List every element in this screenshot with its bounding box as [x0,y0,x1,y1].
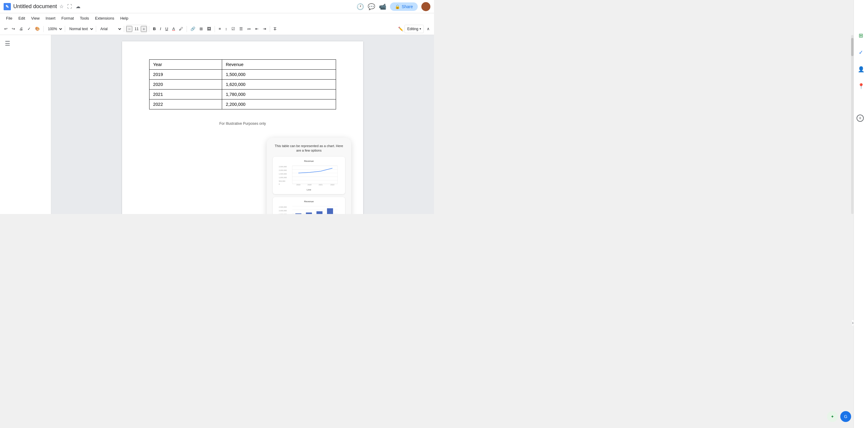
svg-rect-41 [327,208,333,214]
numbered-list-button[interactable]: ≔ [245,25,253,33]
table-row: 20201,620,000 [150,80,336,90]
font-select[interactable]: Arial Times New Roman Courier New [98,25,122,33]
menu-bar: File Edit View Insert Format Tools Exten… [0,13,434,23]
outline-icon[interactable]: ☰ [5,40,10,47]
ai-popup-text: This table can be represented as a chart… [273,144,345,153]
avatar[interactable] [421,2,430,11]
menu-help[interactable]: Help [118,15,131,22]
align-button[interactable]: ≡ [217,25,223,33]
pencil-icon: ✏️ [398,27,403,31]
menu-tools[interactable]: Tools [78,15,91,22]
italic-button[interactable]: I [158,25,163,33]
svg-text:2,500,000: 2,500,000 [279,166,287,167]
svg-text:2021: 2021 [318,184,323,185]
comments-icon[interactable]: 💬 [368,3,375,10]
menu-extensions[interactable]: Extensions [93,15,117,22]
underline-button[interactable]: U [163,25,170,33]
text-color-button[interactable]: A [170,25,177,33]
title-bar: ✎ Untitled document ☆ ⛶ ☁ 🕐 💬 📹 🔒 Share [0,0,434,13]
outline-panel: ☰ [0,35,51,214]
undo-button[interactable]: ↩ [2,25,9,33]
table-row: 20191,500,000 [150,70,336,80]
link-button[interactable]: 🔗 [189,25,197,33]
bullet-list-button[interactable]: ☰ [238,25,245,33]
editing-label: Editing [407,27,418,31]
ai-suggestion-popup: This table can be represented as a chart… [267,138,351,214]
document-page[interactable]: Year Revenue 20191,500,00020201,620,0002… [122,41,363,214]
highlight-button[interactable]: 🖊 [177,25,185,33]
svg-text:2022: 2022 [330,184,335,185]
doc-icon: ✎ [4,3,11,10]
menu-edit[interactable]: Edit [16,15,27,22]
title-icons: ☆ ⛶ ☁ [59,4,81,9]
font-size-decrease[interactable]: − [126,26,132,32]
svg-text:2020: 2020 [307,184,312,185]
bar-chart-title: Revenue [276,200,342,203]
svg-rect-38 [296,213,301,214]
svg-text:2,500,000: 2,500,000 [279,206,287,208]
svg-text:500,000: 500,000 [279,180,285,182]
divider-5 [149,26,149,32]
svg-text:1,000,000: 1,000,000 [279,177,287,178]
svg-text:0: 0 [279,183,280,185]
indent-decrease-button[interactable]: ⇤ [253,25,260,33]
divider-7 [215,26,215,32]
svg-rect-40 [316,211,322,214]
meet-icon[interactable]: 📹 [379,3,386,10]
equation-button[interactable]: ⊞ [198,25,205,33]
spellcheck-button[interactable]: ✓ [26,25,33,33]
divider-6 [187,26,187,32]
font-size-box: − + [126,25,147,33]
menu-file[interactable]: File [4,15,15,22]
main-area: ☰ 1 2 3 4 5 Year [0,35,434,214]
font-size-increase[interactable]: + [141,26,147,32]
editing-select[interactable]: Editing ▾ [404,25,424,33]
bar-chart-preview[interactable]: Revenue 2,500,000 2,000,000 1,500,000 1,… [273,197,345,214]
share-label: Share [402,4,413,9]
indent-increase-button[interactable]: ⇥ [261,25,268,33]
divider-1 [43,26,44,32]
style-select[interactable]: Normal text Heading 1 Heading 2 [67,25,94,33]
header-year: Year [150,60,222,70]
menu-insert[interactable]: Insert [43,15,58,22]
table-row: 20222,200,000 [150,99,336,110]
menu-view[interactable]: View [29,15,42,22]
svg-text:2019: 2019 [296,184,301,185]
cloud-icon[interactable]: ☁ [76,4,81,9]
svg-text:1,500,000: 1,500,000 [279,173,287,175]
table-header-row: Year Revenue [150,60,336,70]
clear-format-button[interactable]: T̶ [272,25,278,33]
star-icon[interactable]: ☆ [59,4,64,9]
zoom-select[interactable]: 100% 75% 50% 150% [45,25,63,33]
divider-3 [96,26,96,32]
table-row: 20211,780,000 [150,90,336,99]
history-icon[interactable]: 🕐 [356,3,364,10]
toolbar: ↩ ↪ 🖨 ✓ 🎨 100% 75% 50% 150% Normal text … [0,23,434,35]
folder-icon[interactable]: ⛶ [67,4,72,9]
share-button[interactable]: 🔒 Share [390,2,418,11]
collapse-toolbar-button[interactable]: ∧ [425,25,432,33]
line-spacing-button[interactable]: ↕ [223,25,229,33]
doc-title: Untitled document [13,3,57,10]
data-table: Year Revenue 20191,500,00020201,620,0002… [149,59,336,110]
doc-area[interactable]: 1 2 3 4 5 Year Revenue 20191,500,000202 [51,35,434,214]
font-size-input[interactable] [132,25,141,33]
bold-button[interactable]: B [151,25,157,33]
divider-2 [65,26,65,32]
header-revenue: Revenue [222,60,336,70]
print-button[interactable]: 🖨 [18,25,25,33]
line-chart-label: Line [276,188,342,191]
title-right: 🕐 💬 📹 🔒 Share [356,2,430,11]
editing-dropdown-icon: ▾ [420,27,421,30]
svg-rect-39 [306,213,312,214]
paint-format-button[interactable]: 🎨 [33,25,41,33]
menu-format[interactable]: Format [59,15,76,22]
footer-text: For Illustrative Purposes only [146,121,339,126]
bar-chart-svg: 2,500,000 2,000,000 1,500,000 1,000,000 … [276,205,342,214]
line-chart-title: Revenue [276,160,342,162]
line-chart-preview[interactable]: Revenue 2,500,000 2,000,000 1,500,000 1,… [273,157,345,194]
redo-button[interactable]: ↪ [10,25,17,33]
image-button[interactable]: 🖼 [205,25,213,33]
svg-text:2,000,000: 2,000,000 [279,210,287,212]
checklist-button[interactable]: ☑ [230,25,237,33]
